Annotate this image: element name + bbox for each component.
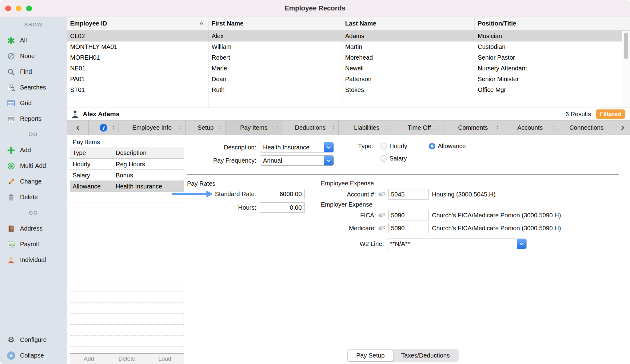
sidebar-item-add[interactable]: Add	[0, 142, 67, 158]
hours-input[interactable]	[260, 202, 305, 213]
tab-connections[interactable]: Connections	[558, 121, 615, 135]
sidebar-item-delete[interactable]: Delete	[0, 189, 67, 205]
tab-setup[interactable]: Setup⋮	[186, 121, 226, 135]
fica-account-input[interactable]	[388, 210, 429, 220]
scrollbar-thumb[interactable]	[624, 33, 628, 59]
table-row[interactable]: PA01 Dean Patterson Senior Minister	[67, 74, 622, 85]
column-header-description[interactable]: Description	[113, 147, 184, 158]
sidebar-item-searches[interactable]: Searches	[0, 80, 67, 95]
tab-time-off[interactable]: Time Off⋮	[395, 121, 444, 135]
employee-icon	[71, 110, 79, 118]
sidebar-item-collapse[interactable]: « Collapse	[0, 348, 67, 363]
tabs-scroll-left-button[interactable]: ‹	[67, 121, 89, 135]
tab-menu-icon[interactable]: ⋮	[550, 125, 556, 131]
cell-position-title: Nursery Attendant	[475, 63, 622, 74]
w2-line-select[interactable]: **N/A**	[387, 239, 527, 249]
tab-menu-icon[interactable]: ⋮	[387, 125, 393, 131]
chevron-right-icon: ›	[621, 122, 624, 133]
empty-row	[70, 225, 184, 236]
pay-items-buttons: Add Delete Load	[70, 354, 184, 364]
column-header-first-name[interactable]: First Name	[209, 17, 342, 30]
tab-deductions[interactable]: Deductions⋮	[282, 121, 339, 135]
tab-liabilities[interactable]: Liabilities⋮	[339, 121, 395, 135]
table-row[interactable]: CL02 Alex Adams Musician	[67, 31, 622, 42]
empty-row	[70, 258, 184, 269]
records-scrollbar[interactable]	[622, 31, 630, 108]
sidebar-item-label: Address	[20, 225, 42, 232]
pay-items-panel-title: Pay Items	[70, 137, 184, 147]
sidebar-item-find[interactable]: Find	[0, 64, 67, 80]
tab-menu-icon[interactable]: ⋮	[436, 125, 441, 131]
column-header-last-name[interactable]: Last Name	[342, 17, 475, 30]
sidebar-item-payroll[interactable]: Payroll	[0, 236, 67, 252]
tab-employee-info[interactable]: Employee Info⋮	[118, 121, 186, 135]
tab-menu-icon[interactable]: ⋮	[178, 125, 183, 131]
sidebar-item-individual[interactable]: Individual	[0, 252, 67, 268]
delete-pay-item-button[interactable]: Delete	[108, 354, 146, 364]
address-book-icon	[7, 224, 15, 233]
table-header-row: Employee ID ^ First Name Last Name Posit…	[67, 17, 630, 31]
radio-allowance-label[interactable]: Allowance	[438, 142, 466, 150]
pay-setup-tab[interactable]: Pay Setup	[348, 350, 393, 361]
tab-menu-icon[interactable]: ⋮	[111, 125, 116, 131]
medicare-account-input[interactable]	[388, 223, 429, 233]
account-number-input[interactable]	[388, 189, 429, 200]
table-row[interactable]: MONTHLY-MA01 William Martin Custodian	[67, 42, 622, 52]
radio-hourly-label[interactable]: Hourly	[389, 142, 407, 150]
sidebar-item-configure[interactable]: ⚙ Configure	[0, 332, 67, 348]
load-pay-item-button[interactable]: Load	[146, 354, 184, 364]
eraser-icon[interactable]	[378, 224, 386, 231]
tab-menu-icon[interactable]: ⋮	[331, 125, 336, 131]
radio-allowance[interactable]	[429, 143, 435, 149]
radio-salary-label[interactable]: Salary	[389, 155, 407, 162]
trash-icon	[7, 193, 15, 202]
sidebar-item-reports[interactable]: Reports	[0, 111, 67, 127]
empty-row	[70, 336, 184, 347]
sidebar-item-none[interactable]: None	[0, 48, 67, 64]
tab-menu-icon[interactable]: ⋮	[495, 125, 500, 131]
pay-item-row[interactable]: Salary Bonus	[70, 170, 184, 181]
w2-line-label: W2 Line:	[321, 240, 384, 247]
hours-label: Hours:	[187, 204, 256, 211]
medicare-label: Medicare:	[321, 224, 376, 232]
sidebar-item-label: Configure	[20, 336, 47, 343]
empty-row	[70, 192, 184, 203]
pay-item-row[interactable]: Allowance Health Insurance	[70, 181, 184, 192]
cell-last-name: Martin	[342, 42, 475, 52]
cell-employee-id: NE01	[67, 63, 209, 74]
standard-rate-input[interactable]	[260, 189, 305, 199]
column-header-position-title[interactable]: Position/Title	[475, 17, 630, 30]
pay-item-row[interactable]: Hourly Reg Hours	[70, 159, 184, 170]
taxes-deductions-tab[interactable]: Taxes/Deductions	[393, 350, 458, 361]
sidebar-item-change[interactable]: Change	[0, 174, 67, 189]
tab-pay-items[interactable]: Pay Items⋮	[226, 121, 282, 135]
tab-comments[interactable]: Comments⋮	[444, 121, 502, 135]
tab-menu-icon[interactable]: ⋮	[218, 125, 223, 131]
table-row[interactable]: MOREH01 Robert Morehead Senior Pastor	[67, 52, 622, 63]
tab-accounts[interactable]: Accounts⋮	[502, 121, 558, 135]
sidebar-item-multi-add[interactable]: Multi-Add	[0, 158, 67, 174]
table-row[interactable]: ST01 Ruth Stokes Office Mgr	[67, 85, 622, 95]
description-select[interactable]: Health Insurance	[260, 142, 334, 152]
column-header-type[interactable]: Type	[70, 147, 113, 158]
radio-hourly[interactable]	[381, 143, 387, 149]
sidebar-section-show: SHOW	[0, 17, 67, 33]
sidebar-item-grid[interactable]: Grid	[0, 95, 67, 111]
cell-first-name: William	[209, 42, 342, 52]
tabs-scroll-right-button[interactable]: ›	[615, 121, 630, 135]
eraser-icon[interactable]	[378, 190, 386, 198]
sort-asc-icon: ^	[200, 17, 203, 30]
table-row[interactable]: NE01 Marie Newell Nursery Attendant	[67, 63, 622, 74]
eraser-icon[interactable]	[378, 211, 386, 219]
sidebar-item-address[interactable]: Address	[0, 221, 67, 236]
filtered-badge[interactable]: Filtered	[596, 109, 625, 119]
radio-salary[interactable]	[381, 155, 387, 162]
add-pay-item-button[interactable]: Add	[70, 354, 108, 364]
sidebar-item-label: Searches	[20, 84, 46, 91]
sidebar-item-all[interactable]: All	[0, 33, 67, 48]
column-header-employee-id[interactable]: Employee ID ^	[67, 17, 209, 30]
pay-frequency-select[interactable]: Annual	[260, 155, 334, 166]
tab-info[interactable]: i ⋮	[89, 121, 118, 135]
tab-menu-icon[interactable]: ⋮	[274, 125, 280, 131]
cell-first-name: Dean	[209, 74, 342, 85]
